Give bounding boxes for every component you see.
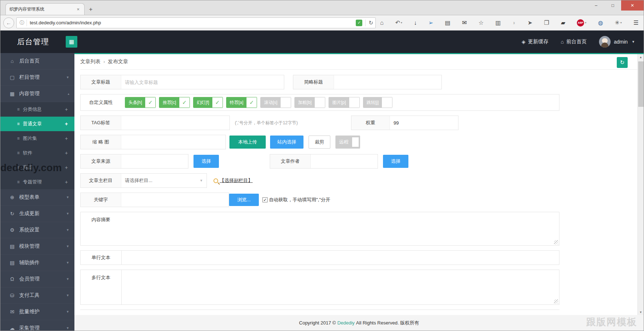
panel-icon[interactable]: ❐ [544,19,549,26]
front-home-link[interactable]: ⌂ 前台首页 [561,39,586,45]
short-title-input[interactable] [334,75,441,89]
local-upload-button[interactable]: 本地上传 [229,136,266,149]
plus-icon[interactable]: + [65,136,68,141]
reload-icon[interactable]: ↻ [365,20,373,26]
sidebar-subitem-normal-article[interactable]: ≡ 普通文章 + [0,117,74,131]
back-button[interactable]: ← [3,17,14,28]
browse-button[interactable]: 浏览... [229,194,259,206]
sidebar-subitem-image-gallery[interactable]: ≡ 图片集 + [0,131,74,146]
attr-headline-toggle[interactable]: 头条[h]✓ [125,97,156,108]
checkbox-empty-icon[interactable] [315,97,325,108]
tab-close-icon[interactable]: × [76,7,81,12]
plus-icon[interactable]: + [65,179,68,185]
user-menu[interactable]: admin ▼ [599,36,635,48]
sidebar-item-columns[interactable]: ▢ 栏目管理 ▼ [0,69,74,86]
sidebar-subitem-software[interactable]: ≡ 软件 + [0,146,74,160]
sidebar-subitem-topics[interactable]: ≡ 专题管理 + [0,175,74,189]
checkbox-checked-icon[interactable]: ✓ [179,97,189,108]
folder-icon[interactable]: ▰ [561,19,565,26]
spider-caret-icon[interactable]: ▾ [620,21,622,24]
plus-icon[interactable]: + [65,106,68,112]
checkbox-checked-icon[interactable]: ✓ [145,97,155,108]
adblock-icon[interactable]: ABP▾ [577,19,586,27]
attr-bold-toggle[interactable]: 加粗[b] [294,97,325,108]
plus-icon[interactable]: + [65,150,68,156]
thumbnail-input[interactable] [121,135,225,149]
thunderbird-icon[interactable]: ➢ [428,19,433,26]
plus-icon[interactable]: + [65,165,68,170]
scroll-up-arrow[interactable]: ▲ [638,54,644,60]
url-bar[interactable]: ⓘ test.dedediy.com/admin/index.php ✓ ↻ [16,17,376,28]
sidebar-item-system-settings[interactable]: ⚙ 系统设置 ▼ [0,222,74,238]
browser-tab[interactable]: 织梦内容管理系统 × [5,3,85,15]
single-text-input[interactable] [121,251,559,265]
resize-handle[interactable] [554,240,558,245]
download-icon[interactable]: ↓ [414,20,417,26]
summary-textarea[interactable] [121,212,559,245]
source-select-button[interactable]: 选择 [193,155,219,168]
checkbox-checked-icon[interactable]: ✓ [246,97,257,108]
scroll-down-arrow[interactable]: ▼ [638,309,644,315]
subcategory-link[interactable]: 【选择副栏目】 [220,177,253,184]
mic-icon[interactable]: ◍ [598,19,603,26]
sidebar-item-auxiliary-plugins[interactable]: ▤ 辅助插件 ▼ [0,255,74,271]
minimize-button[interactable]: – [588,0,604,11]
bookmark-star-icon[interactable]: ☆ [478,19,484,26]
attr-special-toggle[interactable]: 特荐[a]✓ [226,97,257,108]
source-input[interactable] [121,154,188,168]
refresh-cache-link[interactable]: ◈ 更新缓存 [522,39,549,45]
author-select-button[interactable]: 选择 [383,155,408,168]
clipboard-icon[interactable]: ▥ [495,19,501,26]
close-button[interactable]: ✕ [621,0,644,11]
sidebar-item-content[interactable]: ▦ 内容管理 ▴ [0,86,74,102]
info-icon[interactable]: ⓘ [20,20,24,26]
new-tab-button[interactable]: + [85,4,97,15]
attr-jump-toggle[interactable]: 跳转[j] [363,97,392,108]
sidebar-item-batch-maintenance[interactable]: ✉ 批量维护 ▼ [0,304,74,320]
sidebar-item-generate-update[interactable]: ↻ 生成更新 ▼ [0,206,74,222]
card-icon[interactable]: ▤ [445,19,451,26]
sidebar-toggle-button[interactable]: ▦ [66,36,77,48]
scrollbar-track[interactable] [638,60,644,309]
sidebar-item-member-management[interactable]: Ω 会员管理 ▼ [0,271,74,287]
sidebar-item-payment-tools[interactable]: ⛁ 支付工具 ▼ [0,287,74,304]
attr-scroll-toggle[interactable]: 滚动[s] [260,97,291,108]
multi-text-textarea[interactable] [121,270,559,304]
title-input[interactable] [121,75,284,89]
attr-recommend-toggle[interactable]: 推荐[c]✓ [159,97,190,108]
abp-caret-icon[interactable]: ▾ [585,21,586,24]
undo-icon[interactable]: ↶▾ [395,19,402,26]
mail-icon[interactable]: ✉ [462,19,467,26]
scrollbar-thumb[interactable] [638,61,644,107]
checkbox-empty-icon[interactable] [281,97,291,108]
vertical-scrollbar[interactable]: ▲ ▼ [637,54,644,315]
tag-input[interactable] [121,116,229,130]
sidebar-item-dashboard[interactable]: ⌂ 后台首页 [0,53,74,69]
category-select[interactable]: 请选择栏目... ▼ [121,174,207,187]
sidebar-item-model-forms[interactable]: ⊕ 模型表单 ▼ [0,189,74,206]
footer-link[interactable]: Dedediy [337,320,355,326]
crop-button[interactable]: 裁剪 [309,136,330,149]
undo-caret-icon[interactable]: ▾ [401,21,402,24]
keywords-input[interactable] [121,193,229,207]
site-select-button[interactable]: 站内选择 [270,136,303,149]
telegram-icon[interactable]: ➤ [527,19,532,26]
remote-toggle[interactable]: 远程 [335,136,360,149]
rss-icon[interactable]: ◗ [513,20,516,26]
sidebar-subitem-products[interactable]: ≡ 商品 + [0,160,74,175]
resize-handle[interactable] [554,299,558,304]
spider-icon[interactable]: ✳▾ [615,19,621,26]
menu-icon[interactable]: ☰ [633,19,639,26]
attr-picture-toggle[interactable]: 图片[p] [329,97,359,108]
checkbox-empty-icon[interactable] [352,137,359,147]
checkbox-empty-icon[interactable] [349,97,359,108]
auto-fetch-checkbox[interactable]: ✓ [262,197,268,202]
home-icon[interactable]: ⌂ [380,20,384,26]
sidebar-subitem-classified-info[interactable]: ≡ 分类信息 + [0,102,74,117]
sidebar-item-collection-management[interactable]: ☁ 采集管理 ▼ [0,320,74,331]
author-input[interactable] [311,154,378,168]
weight-input[interactable] [390,116,458,130]
plus-icon[interactable]: + [65,121,68,127]
content-refresh-button[interactable]: ↻ [617,57,628,68]
sidebar-item-module-management[interactable]: ▤ 模块管理 ▼ [0,238,74,255]
